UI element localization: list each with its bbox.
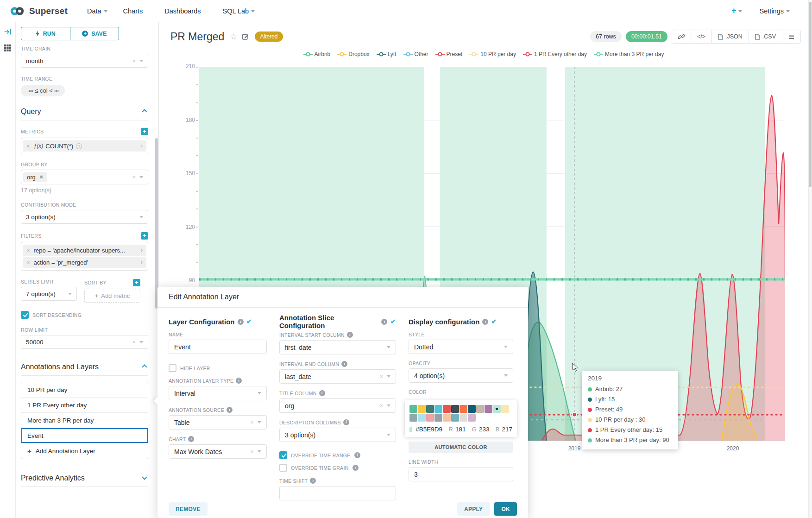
export-csv-button[interactable]: .CSV xyxy=(749,30,782,43)
color-swatch[interactable] xyxy=(501,405,509,413)
opacity-select[interactable]: 4 option(s) xyxy=(409,368,513,383)
remove-icon[interactable]: × xyxy=(26,259,30,266)
color-swatch[interactable] xyxy=(443,414,451,422)
annotation-layer-item[interactable]: More than 3 PR per day xyxy=(21,413,148,428)
color-swatch[interactable] xyxy=(434,414,442,422)
nav-menu-item[interactable]: Dashboards xyxy=(164,7,207,15)
question-icon[interactable]: ? xyxy=(76,143,82,149)
color-swatch[interactable] xyxy=(460,405,467,413)
chevron-right-icon[interactable]: › xyxy=(141,247,143,253)
row-limit-select[interactable]: 50000 × xyxy=(21,335,148,349)
save-button[interactable]: + SAVE xyxy=(70,27,119,40)
add-annotation-layer-button[interactable]: + Add Annotation Layer xyxy=(21,443,148,459)
annotation-layer-item[interactable]: Event xyxy=(21,428,148,443)
view-query-button[interactable]: </> xyxy=(691,30,711,43)
chevron-up-icon[interactable] xyxy=(142,109,147,114)
legend-item[interactable]: 1 PR Every other day xyxy=(523,51,587,57)
more-options-button[interactable] xyxy=(782,30,800,43)
copy-link-button[interactable] xyxy=(672,30,691,43)
ok-button[interactable]: OK xyxy=(494,502,517,516)
color-swatch[interactable] xyxy=(460,414,467,422)
checkbox-unchecked-icon[interactable] xyxy=(169,364,176,372)
legend-item[interactable]: Dropbox xyxy=(337,51,369,57)
info-icon[interactable]: i xyxy=(227,407,233,413)
remove-icon[interactable]: × xyxy=(26,247,30,254)
clear-icon[interactable]: × xyxy=(132,174,136,181)
color-swatch[interactable] xyxy=(409,414,417,422)
metric-token[interactable]: × ƒ(x) COUNT(*) ? › xyxy=(23,140,146,152)
color-swatch[interactable] xyxy=(468,405,476,413)
line-width-input[interactable]: 3 xyxy=(409,467,513,481)
annotation-layer-item[interactable]: 10 PR per day xyxy=(21,382,148,398)
collapse-panel-icon[interactable] xyxy=(4,28,12,36)
interval-start-select[interactable]: first_date xyxy=(279,340,396,354)
legend-item[interactable]: 10 PR per day xyxy=(469,51,516,57)
automatic-color-button[interactable]: AUTOMATIC COLOR xyxy=(409,442,513,453)
remove-button[interactable]: REMOVE xyxy=(169,502,208,516)
info-icon[interactable]: i xyxy=(341,361,347,367)
clear-icon[interactable]: × xyxy=(132,57,136,64)
info-icon[interactable]: i xyxy=(354,452,360,458)
chevron-right-icon[interactable]: › xyxy=(141,259,143,265)
export-json-button[interactable]: .JSON xyxy=(711,30,749,43)
datasource-grid-icon[interactable] xyxy=(4,44,12,52)
nav-menu-item[interactable]: Charts xyxy=(123,7,149,15)
sort-descending-checkbox-row[interactable]: SORT DESCENDING xyxy=(21,311,148,319)
info-icon[interactable]: i xyxy=(482,319,488,325)
filter-token[interactable]: × repo = 'apache/incubator-supers... › xyxy=(23,245,146,256)
clear-icon[interactable]: × xyxy=(379,373,383,380)
favorite-star-icon[interactable]: ☆ xyxy=(230,32,237,42)
remove-tag-icon[interactable]: ✕ xyxy=(39,174,44,180)
color-swatch[interactable] xyxy=(434,405,442,413)
description-columns-select[interactable]: 3 option(s) xyxy=(279,428,396,442)
color-swatch[interactable] xyxy=(409,405,417,413)
chevron-down-icon[interactable] xyxy=(142,474,147,480)
nav-menu-item[interactable]: SQL Lab xyxy=(222,7,255,15)
chevron-right-icon[interactable]: › xyxy=(141,143,143,149)
color-swatch[interactable] xyxy=(476,405,484,413)
legend-item[interactable]: More than 3 PR per day xyxy=(594,51,664,57)
checkbox-unchecked-icon[interactable] xyxy=(279,464,287,472)
checkbox-checked-icon[interactable] xyxy=(279,451,287,459)
add-new-button[interactable]: + xyxy=(731,6,742,16)
color-swatch[interactable] xyxy=(443,405,451,413)
add-filter-button[interactable]: + xyxy=(141,232,148,240)
superset-logo[interactable]: Superset xyxy=(8,6,68,16)
color-swatch[interactable] xyxy=(451,405,459,413)
contribution-mode-select[interactable]: 3 option(s) xyxy=(21,210,148,224)
annotation-source-select[interactable]: Table × xyxy=(169,415,267,430)
nav-menu-item[interactable]: Data xyxy=(87,7,107,15)
color-swatch[interactable] xyxy=(426,414,434,422)
series-limit-select[interactable]: 7 option(s) xyxy=(21,287,77,301)
annotation-layer-type-select[interactable]: Interval xyxy=(169,386,267,400)
annotation-layer-item[interactable]: 1 PR Every other day xyxy=(21,398,148,413)
time-range-pill[interactable]: -∞ ≤ col < ∞ xyxy=(21,85,65,96)
edit-properties-icon[interactable] xyxy=(242,33,249,40)
chart-select[interactable]: Max Work Dates × xyxy=(169,444,267,459)
window-scrollbar[interactable] xyxy=(808,0,812,518)
legend-item[interactable]: Preset xyxy=(435,51,463,57)
time-grain-select[interactable]: month × xyxy=(21,54,148,68)
time-shift-input[interactable] xyxy=(279,486,396,500)
color-swatch[interactable] xyxy=(418,414,426,422)
run-button[interactable]: RUN xyxy=(21,27,70,40)
add-sort-metric-button[interactable]: + xyxy=(133,279,140,286)
info-icon[interactable]: i xyxy=(310,478,316,484)
clear-icon[interactable]: × xyxy=(250,419,254,426)
settings-menu[interactable]: Settings xyxy=(760,7,790,15)
color-swatch[interactable] xyxy=(485,405,492,413)
color-swatch[interactable] xyxy=(451,414,459,422)
info-icon[interactable]: i xyxy=(343,419,349,425)
remove-icon[interactable]: × xyxy=(26,143,30,150)
checkbox-checked-icon[interactable] xyxy=(21,311,29,319)
filter-token[interactable]: × action = 'pr_merged' › xyxy=(23,257,146,268)
legend-item[interactable]: Other xyxy=(403,51,428,57)
interval-end-select[interactable]: last_date × xyxy=(279,369,396,384)
info-icon[interactable]: i xyxy=(319,390,325,396)
info-icon[interactable]: i xyxy=(352,465,359,471)
hide-layer-checkbox-row[interactable]: HIDE LAYER xyxy=(169,364,267,372)
color-swatch[interactable] xyxy=(493,405,501,413)
info-icon[interactable]: i xyxy=(381,319,387,325)
color-swatch[interactable] xyxy=(426,405,434,413)
title-column-select[interactable]: org × xyxy=(279,398,396,413)
